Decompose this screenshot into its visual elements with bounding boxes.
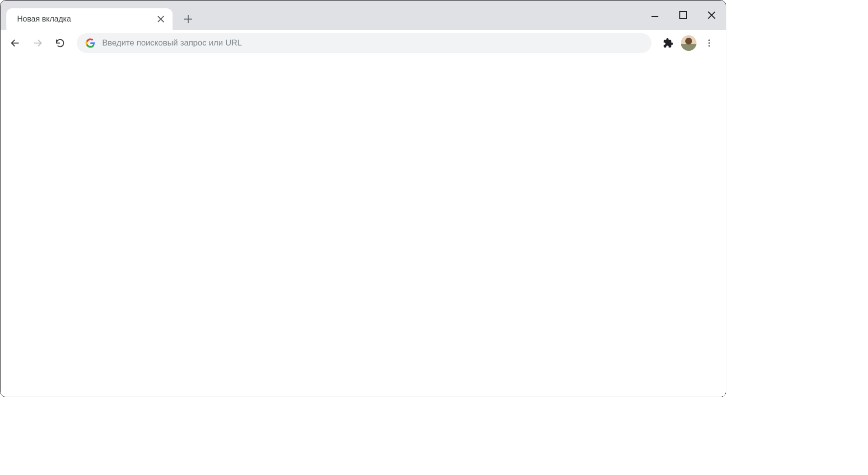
maximize-button[interactable] — [669, 0, 697, 30]
close-tab-button[interactable] — [156, 14, 166, 24]
arrow-left-icon — [10, 38, 21, 48]
address-input[interactable] — [102, 38, 643, 48]
tab-title: Новая вкладка — [17, 15, 151, 23]
puzzle-piece-icon — [663, 38, 673, 48]
forward-button[interactable] — [28, 33, 47, 53]
svg-point-12 — [708, 45, 710, 46]
tab-strip: Новая вкладка — [0, 0, 726, 30]
reload-icon — [55, 38, 65, 48]
svg-point-10 — [708, 39, 710, 41]
window-controls — [641, 0, 726, 30]
vertical-dots-icon — [704, 38, 714, 48]
page-content — [0, 56, 726, 397]
tab-active[interactable]: Новая вкладка — [6, 8, 173, 30]
back-button[interactable] — [5, 33, 25, 53]
reload-button[interactable] — [50, 33, 70, 53]
toolbar-right — [658, 33, 721, 53]
arrow-right-icon — [32, 38, 43, 48]
omnibox[interactable] — [77, 33, 651, 53]
browser-menu-button[interactable] — [699, 33, 719, 53]
new-tab-button[interactable] — [179, 10, 197, 28]
extensions-button[interactable] — [658, 33, 678, 53]
browser-window: Новая вкладка — [0, 0, 726, 397]
close-window-button[interactable] — [697, 0, 726, 30]
profile-avatar[interactable] — [681, 35, 696, 51]
toolbar — [0, 30, 726, 56]
minimize-button[interactable] — [641, 0, 669, 30]
google-logo-icon — [86, 38, 95, 48]
plus-icon — [184, 15, 193, 23]
maximize-icon — [679, 11, 688, 20]
svg-point-11 — [708, 42, 710, 44]
close-icon — [157, 16, 164, 23]
minimize-icon — [651, 11, 659, 20]
svg-rect-5 — [680, 12, 687, 19]
close-icon — [707, 11, 716, 20]
